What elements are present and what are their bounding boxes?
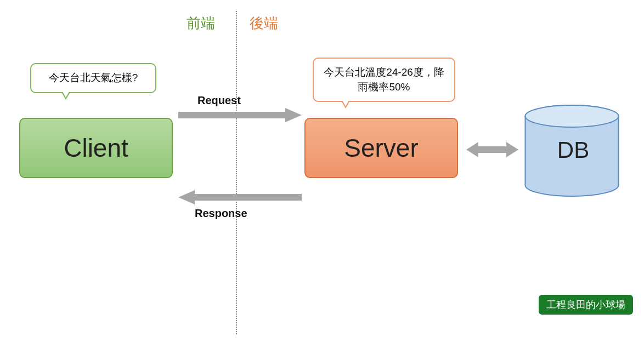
server-db-arrow-icon — [466, 140, 518, 159]
svg-point-4 — [526, 105, 619, 127]
response-arrow-icon — [178, 189, 302, 206]
response-label: Response — [195, 207, 247, 220]
svg-marker-0 — [178, 108, 302, 122]
footer-badge: 工程良田的小球場 — [539, 295, 633, 315]
frontend-label: 前端 — [187, 14, 215, 33]
request-label: Request — [197, 94, 241, 107]
server-speech-bubble: 今天台北溫度24-26度，降雨機率50% — [313, 58, 455, 102]
backend-label: 後端 — [250, 14, 278, 33]
svg-marker-1 — [178, 190, 302, 204]
database-label: DB — [527, 137, 620, 163]
client-speech-bubble: 今天台北天氣怎樣? — [30, 63, 156, 93]
client-box: Client — [19, 118, 173, 178]
server-box: Server — [304, 118, 458, 178]
svg-marker-2 — [466, 142, 518, 157]
request-arrow-icon — [178, 107, 302, 123]
vertical-divider — [236, 11, 237, 334]
